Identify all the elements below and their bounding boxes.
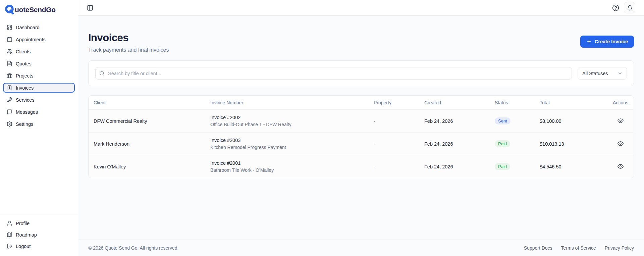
sidebar-item-clients[interactable]: Clients (3, 47, 75, 56)
sidebar: uoteSendGo Dashboard Appointments Client… (0, 0, 78, 256)
search-input[interactable] (95, 67, 572, 80)
invoice-actions-cell (591, 110, 634, 133)
chevron-down-icon (618, 71, 623, 76)
invoice-total: $10,013.13 (534, 133, 591, 155)
page-title-block: Invoices Track payments and final invoic… (88, 32, 169, 53)
create-invoice-button[interactable]: Create Invoice (580, 36, 634, 48)
invoice-status-badge: Paid (495, 163, 510, 170)
invoice-number-cell: Invoice #2003 Kitchen Remodel Progress P… (205, 133, 368, 155)
footer-link-support-docs[interactable]: Support Docs (524, 245, 552, 251)
view-invoice-button[interactable] (617, 140, 624, 147)
sidebar-item-settings[interactable]: Settings (3, 119, 75, 129)
plus-icon (586, 39, 592, 44)
column-header-property: Property (368, 96, 419, 110)
message-icon (7, 109, 12, 115)
sidebar-item-label: Roadmap (16, 232, 37, 238)
sidebar-item-label: Invoices (16, 85, 34, 91)
footer-link-privacy[interactable]: Privacy Policy (605, 245, 634, 251)
filters-card: All Statuses (88, 60, 634, 86)
invoice-title: Office Build-Out Phase 1 - DFW Realty (210, 122, 363, 127)
file-text-icon (7, 61, 12, 66)
bell-icon (627, 5, 633, 11)
status-filter-select[interactable]: All Statuses (578, 67, 627, 80)
invoice-actions-cell (591, 155, 634, 178)
column-header-total: Total (534, 96, 591, 110)
briefcase-icon (7, 73, 12, 79)
notifications-button[interactable] (624, 2, 635, 13)
status-filter-value: All Statuses (582, 71, 608, 76)
page-title: Invoices (88, 32, 169, 44)
invoice-title: Bathroom Tile Work - O'Malley (210, 167, 363, 173)
footer-links: Support Docs Terms of Service Privacy Po… (524, 245, 634, 251)
sidebar-item-profile[interactable]: Profile (3, 218, 75, 228)
sidebar-item-logout[interactable]: Logout (3, 241, 75, 251)
page-header: Invoices Track payments and final invoic… (88, 32, 634, 53)
invoice-client: Mark Henderson (89, 133, 205, 155)
view-invoice-button[interactable] (617, 117, 624, 124)
eye-icon (618, 141, 624, 147)
view-invoice-button[interactable] (617, 163, 624, 170)
page-footer: © 2026 Quote Send Go. All rights reserve… (78, 240, 644, 256)
sidebar-item-invoices[interactable]: Invoices (3, 83, 75, 93)
sidebar-item-label: Dashboard (16, 25, 40, 30)
invoice-created: Feb 24, 2026 (419, 155, 489, 178)
column-header-status: Status (489, 96, 534, 110)
panel-left-icon (87, 5, 93, 11)
content: Invoices Track payments and final invoic… (78, 16, 644, 240)
sidebar-item-messages[interactable]: Messages (3, 107, 75, 117)
column-header-invoice-number: Invoice Number (205, 96, 368, 110)
sidebar-footer-nav: Profile Roadmap Logout (0, 214, 78, 256)
sidebar-item-label: Services (16, 97, 35, 103)
wrench-icon (7, 97, 12, 103)
invoice-title: Kitchen Remodel Progress Payment (210, 145, 363, 150)
invoice-status-cell: Paid (489, 133, 534, 155)
topbar (78, 0, 644, 16)
main-area: Invoices Track payments and final invoic… (78, 0, 644, 256)
sidebar-item-label: Quotes (16, 61, 32, 66)
sidebar-item-label: Projects (16, 73, 33, 79)
sidebar-item-projects[interactable]: Projects (3, 71, 75, 81)
invoice-row[interactable]: Kevin O'Malley Invoice #2001 Bathroom Ti… (89, 155, 634, 178)
invoice-status-cell: Paid (489, 155, 534, 178)
brand-q-icon (4, 4, 15, 15)
map-icon (7, 232, 12, 238)
sidebar-item-services[interactable]: Services (3, 95, 75, 105)
invoice-created: Feb 24, 2026 (419, 133, 489, 155)
invoice-status-cell: Sent (489, 110, 534, 133)
user-icon (7, 220, 12, 226)
invoice-status-badge: Sent (495, 117, 511, 124)
sidebar-nav: Dashboard Appointments Clients Quotes Pr… (0, 18, 78, 214)
sidebar-item-label: Messages (16, 109, 38, 115)
invoice-client: DFW Commercial Realty (89, 110, 205, 133)
sidebar-item-label: Settings (16, 121, 33, 127)
invoice-number: Invoice #2003 (210, 138, 363, 143)
sidebar-item-appointments[interactable]: Appointments (3, 35, 75, 44)
sidebar-item-label: Appointments (16, 37, 46, 42)
search-icon (99, 71, 105, 76)
eye-icon (618, 118, 624, 124)
invoice-total: $4,546.50 (534, 155, 591, 178)
invoice-property: - (368, 110, 419, 133)
invoice-created: Feb 24, 2026 (419, 110, 489, 133)
invoice-number: Invoice #2001 (210, 160, 363, 166)
invoice-property: - (368, 155, 419, 178)
invoice-row[interactable]: DFW Commercial Realty Invoice #2002 Offi… (89, 110, 634, 133)
topbar-actions (612, 2, 635, 13)
invoice-status-badge: Paid (495, 140, 510, 147)
footer-link-terms[interactable]: Terms of Service (561, 245, 596, 251)
sidebar-item-roadmap[interactable]: Roadmap (3, 230, 75, 240)
dashboard-icon (7, 24, 12, 30)
help-circle-icon (612, 4, 619, 11)
help-button[interactable] (612, 4, 619, 11)
sidebar-item-dashboard[interactable]: Dashboard (3, 22, 75, 32)
table-header-row: Client Invoice Number Property Created S… (89, 96, 634, 110)
brand-logo[interactable]: uoteSendGo (0, 0, 78, 18)
sidebar-toggle-button[interactable] (87, 5, 93, 11)
column-header-actions: Actions (591, 96, 634, 110)
sidebar-item-label: Profile (16, 221, 30, 226)
invoice-property: - (368, 133, 419, 155)
search-wrap (95, 67, 572, 80)
sidebar-item-quotes[interactable]: Quotes (3, 59, 75, 68)
invoice-row[interactable]: Mark Henderson Invoice #2003 Kitchen Rem… (89, 133, 634, 155)
sidebar-item-label: Clients (16, 49, 31, 54)
